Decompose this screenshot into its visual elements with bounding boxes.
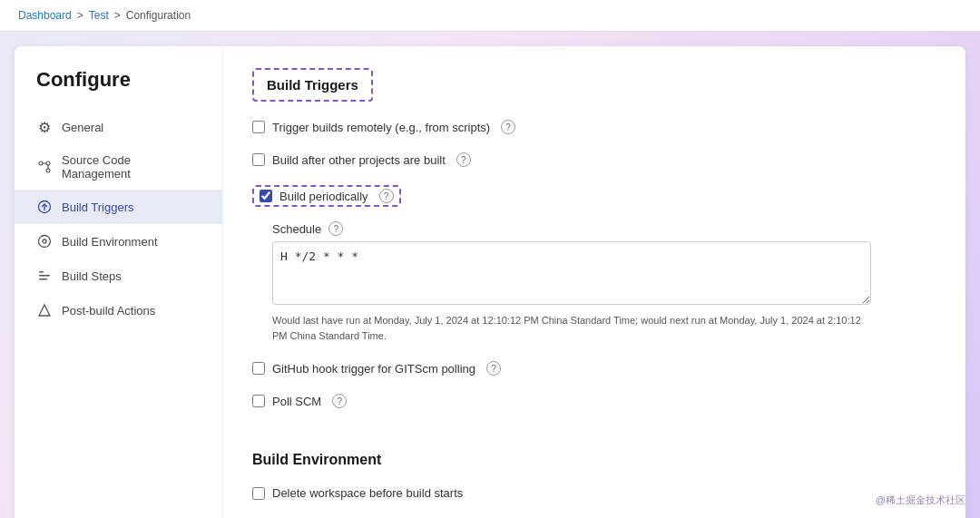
github-hook-checkbox[interactable] <box>252 362 265 375</box>
schedule-label: Schedule ? <box>272 221 936 236</box>
build-after-label: Build after other projects are built <box>272 153 446 167</box>
run-info: Would last have run at Monday, July 1, 2… <box>272 313 871 343</box>
poll-scm-row: Poll SCM ? <box>252 390 936 412</box>
trigger-remote-label: Trigger builds remotely (e.g., from scri… <box>272 121 490 134</box>
content-area: Configure ⚙ General Source Code Manageme… <box>15 46 965 518</box>
delete-workspace-checkbox[interactable] <box>252 487 265 500</box>
gear-icon: ⚙ <box>36 119 53 135</box>
svg-rect-11 <box>39 279 47 280</box>
sidebar-title: Configure <box>15 68 222 110</box>
svg-point-0 <box>39 161 43 165</box>
delete-workspace-label: Delete workspace before build starts <box>272 486 463 500</box>
schedule-help-icon[interactable]: ? <box>328 221 343 236</box>
use-secret-row: Use secret text(s) or file(s) ? <box>252 514 936 518</box>
sidebar-item-general[interactable]: ⚙ General <box>15 110 222 144</box>
sidebar-item-source-code[interactable]: Source Code Management <box>15 144 222 190</box>
build-after-help-icon[interactable]: ? <box>456 152 471 167</box>
trigger-remote-checkbox[interactable] <box>252 121 265 133</box>
build-environment-icon <box>36 233 53 249</box>
github-hook-label: GitHub hook trigger for GITScm polling <box>272 362 475 376</box>
trigger-remote-help-icon[interactable]: ? <box>501 120 515 134</box>
svg-point-1 <box>46 169 50 172</box>
source-code-icon <box>36 159 53 175</box>
schedule-textarea[interactable]: H */2 * * * <box>272 241 871 305</box>
sidebar-item-build-environment[interactable]: Build Environment <box>15 224 222 259</box>
github-hook-help-icon[interactable]: ? <box>486 361 501 376</box>
breadcrumb-dashboard[interactable]: Dashboard <box>18 9 72 22</box>
build-after-row: Build after other projects are built ? <box>252 149 936 171</box>
build-periodically-checkbox[interactable] <box>260 190 272 202</box>
sidebar-item-label: General <box>62 121 103 134</box>
build-steps-icon <box>36 268 53 284</box>
sidebar-item-label: Build Triggers <box>62 200 133 214</box>
build-triggers-icon <box>36 199 53 215</box>
build-periodically-help-icon[interactable]: ? <box>379 189 394 203</box>
main-container: Dashboard > Test > Configuration Configu… <box>0 0 980 518</box>
svg-marker-12 <box>39 305 50 316</box>
build-triggers-header: Build Triggers <box>252 68 373 102</box>
breadcrumb-sep-1: > <box>77 9 83 22</box>
svg-point-2 <box>46 161 50 165</box>
delete-workspace-row: Delete workspace before build starts <box>252 483 936 503</box>
sidebar-item-post-build[interactable]: Post-build Actions <box>15 293 222 327</box>
trigger-remote-row: Trigger builds remotely (e.g., from scri… <box>252 116 936 138</box>
post-build-icon <box>36 302 53 318</box>
svg-point-8 <box>43 239 46 243</box>
github-hook-row: GitHub hook trigger for GITScm polling ? <box>252 357 936 379</box>
sidebar-item-build-triggers[interactable]: Build Triggers <box>15 190 222 224</box>
sidebar-item-label: Source Code Management <box>62 153 201 181</box>
build-environment-header: Build Environment <box>252 452 936 468</box>
watermark: @稀土掘金技术社区 <box>876 494 965 507</box>
main-content: Build Triggers Trigger builds remotely (… <box>223 46 965 518</box>
build-triggers-section: Build Triggers Trigger builds remotely (… <box>252 68 936 412</box>
poll-scm-help-icon[interactable]: ? <box>332 394 347 408</box>
build-periodically-label: Build periodically <box>279 190 368 203</box>
breadcrumb-sep-2: > <box>114 9 121 22</box>
sidebar: Configure ⚙ General Source Code Manageme… <box>15 46 223 518</box>
svg-rect-10 <box>39 275 50 277</box>
breadcrumb: Dashboard > Test > Configuration <box>0 0 980 32</box>
poll-scm-label: Poll SCM <box>272 395 321 408</box>
build-after-checkbox[interactable] <box>252 153 265 166</box>
build-periodically-row: Build periodically ? <box>252 181 936 210</box>
poll-scm-checkbox[interactable] <box>252 395 265 407</box>
build-environment-section: Build Environment Delete workspace befor… <box>252 434 936 518</box>
breadcrumb-current: Configuration <box>126 9 191 22</box>
build-periodically-highlight: Build periodically ? <box>252 185 401 207</box>
schedule-section: Schedule ? H */2 * * * Would last have r… <box>272 221 936 343</box>
sidebar-item-label: Build Environment <box>62 235 158 249</box>
breadcrumb-test[interactable]: Test <box>89 9 109 22</box>
svg-point-7 <box>39 236 51 248</box>
svg-rect-9 <box>39 271 44 273</box>
sidebar-item-build-steps[interactable]: Build Steps <box>15 259 222 293</box>
sidebar-item-label: Build Steps <box>62 269 122 283</box>
sidebar-item-label: Post-build Actions <box>62 304 155 318</box>
